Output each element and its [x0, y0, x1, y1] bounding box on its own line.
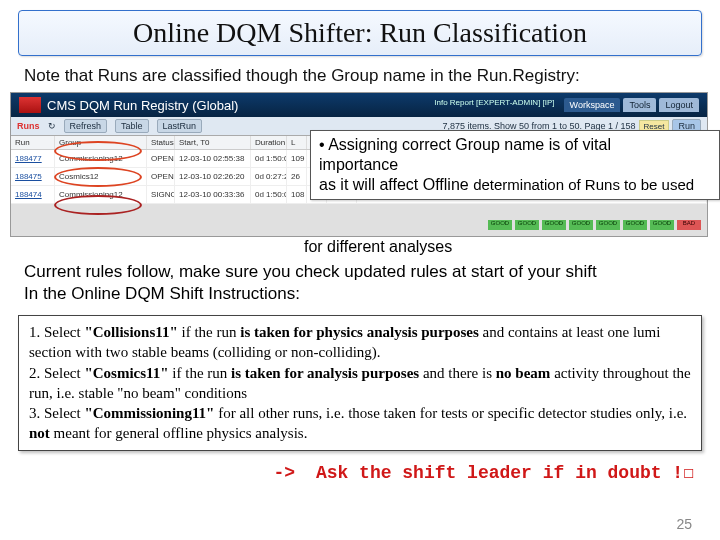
rule-3: 3. Select "Commissioning11" for all othe…	[29, 403, 691, 444]
arrow-icon: ->	[273, 463, 295, 483]
rr-tab-workspace[interactable]: Workspace	[564, 98, 621, 112]
rr-col-dur: Duration	[251, 136, 287, 149]
rr-status: OPEN	[147, 168, 175, 185]
rr-run[interactable]: 188474	[11, 186, 55, 203]
rr-start: 12-03-10 02:55:38	[175, 150, 251, 167]
rr-tag-bad: BAD	[677, 220, 701, 230]
rr-table-button[interactable]: Table	[115, 119, 149, 133]
rr-tag: GOOD	[623, 220, 647, 230]
callout-l1a: • Assigning correct Group name is of vit…	[319, 136, 611, 153]
footer-ask: -> Ask the shift leader if in doubt !☐	[0, 461, 720, 483]
rr-col-start: Start, T0	[175, 136, 251, 149]
rr-status: OPEN	[147, 150, 175, 167]
rr-group: Commissioning12	[55, 186, 147, 203]
rr-col-run: Run	[11, 136, 55, 149]
rr-status-tags: GOOD GOOD GOOD GOOD GOOD GOOD GOOD BAD	[488, 220, 701, 230]
rr-col-l: L	[287, 136, 307, 149]
callout-box: • Assigning correct Group name is of vit…	[310, 130, 720, 200]
rr-start: 12-03-10 02:26:20	[175, 168, 251, 185]
callout-l1b: importance	[319, 156, 398, 173]
callout-l2b: determination of Runs to be used	[473, 176, 694, 193]
page-number: 25	[676, 516, 692, 532]
note-text: Note that Runs are classified though the…	[24, 66, 696, 86]
rr-dur: 0d 0:27:23	[251, 168, 287, 185]
rr-runs-label: Runs	[17, 121, 40, 131]
rr-tab-logout[interactable]: Logout	[659, 98, 699, 112]
rule-2: 2. Select "Cosmics11" if the run is take…	[29, 363, 691, 404]
rr-status: SIGNOFF	[147, 186, 175, 203]
rule-1: 1. Select "Collisions11" if the run is t…	[29, 322, 691, 363]
callout-continue: for different analyses	[304, 237, 696, 257]
cms-logo	[19, 97, 41, 113]
current-rules-text: Current rules follow, make sure you chec…	[24, 261, 696, 305]
rr-header-right: Info Report [EXPERT-ADMIN] [IP]	[434, 98, 554, 112]
rr-header-title: CMS DQM Run Registry (Global)	[47, 98, 238, 113]
rr-tag: GOOD	[650, 220, 674, 230]
rr-l: 108	[287, 186, 307, 203]
current-l1: Current rules follow, make sure you chec…	[24, 262, 597, 281]
rr-tag: GOOD	[596, 220, 620, 230]
rr-tag: GOOD	[542, 220, 566, 230]
rr-dur: 0d 1:50:02	[251, 150, 287, 167]
rr-tag: GOOD	[515, 220, 539, 230]
rr-group: Cosmics12	[55, 168, 147, 185]
rr-lastrun-button[interactable]: LastRun	[157, 119, 203, 133]
rr-header: CMS DQM Run Registry (Global) Info Repor…	[11, 93, 707, 117]
rr-tab-tools[interactable]: Tools	[623, 98, 656, 112]
refresh-icon[interactable]: ↻	[48, 121, 56, 131]
rr-run[interactable]: 188477	[11, 150, 55, 167]
rr-start: 12-03-10 00:33:36	[175, 186, 251, 203]
current-l2: In the Online DQM Shift Instructions:	[24, 284, 300, 303]
rr-dur: 0d 1:50:02	[251, 186, 287, 203]
runregistry-area: CMS DQM Run Registry (Global) Info Repor…	[10, 92, 710, 237]
page-title: Online DQM Shifter: Run Classification	[29, 17, 691, 49]
rules-box: 1. Select "Collisions11" if the run is t…	[18, 315, 702, 451]
rr-tag: GOOD	[569, 220, 593, 230]
rr-group: Commissioning12	[55, 150, 147, 167]
rr-run[interactable]: 188475	[11, 168, 55, 185]
rr-col-status: Status	[147, 136, 175, 149]
rr-l: 109	[287, 150, 307, 167]
title-bar: Online DQM Shifter: Run Classification	[18, 10, 702, 56]
rr-col-group: Group	[55, 136, 147, 149]
rr-refresh-button[interactable]: Refresh	[64, 119, 108, 133]
rr-l: 26	[287, 168, 307, 185]
callout-l2a: as it will affect Offline	[319, 176, 473, 193]
rr-tag: GOOD	[488, 220, 512, 230]
footer-text: Ask the shift leader if in doubt !☐	[316, 463, 694, 483]
